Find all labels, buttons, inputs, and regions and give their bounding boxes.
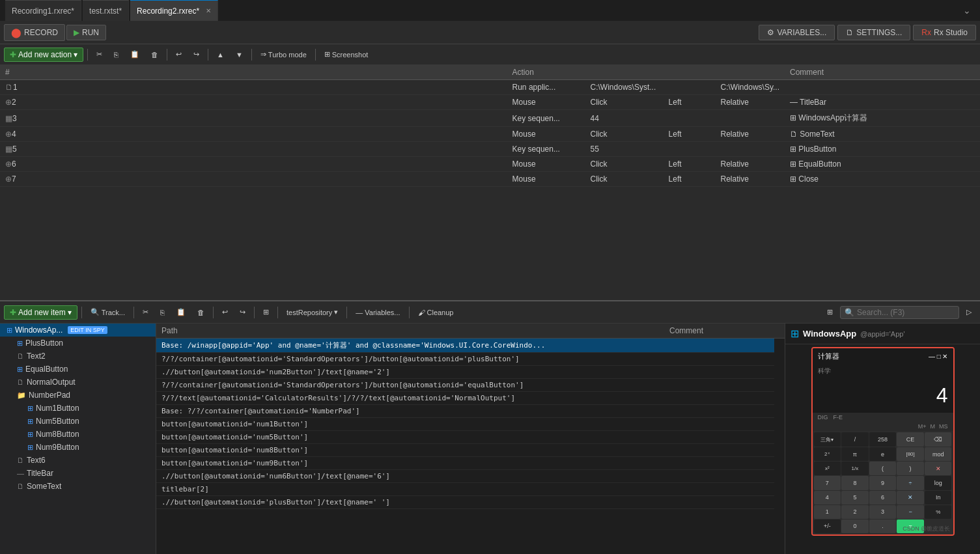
down-button[interactable]: ▼ [231, 49, 247, 61]
table-row[interactable]: ⊕2 Mouse Click Left Relative — TitleBar [0, 95, 980, 110]
calc-btn-div2[interactable]: ÷ [897, 476, 924, 490]
calc-btn-div[interactable]: / [841, 432, 869, 447]
cut-button[interactable]: ✂ [92, 48, 107, 61]
turbo-mode-button[interactable]: ⇒ Turbo mode [256, 48, 311, 61]
calc-btn-7[interactable]: 7 [814, 476, 841, 490]
tree-item[interactable]: — TitleBar [0, 467, 156, 480]
copy2-button[interactable]: ⎘ [156, 307, 169, 318]
undo2-button[interactable]: ↩ [217, 306, 232, 318]
table-row[interactable]: ⊕4 Mouse Click Left Relative 🗋 SomeText [0, 127, 980, 142]
path-row[interactable]: button[@automationid='num5Button'] [156, 431, 785, 444]
table-row[interactable]: ▦3 Key sequen... 44 ⊞ WindowsApp计算器 [0, 110, 980, 127]
calc-btn-dot[interactable]: . [869, 519, 897, 533]
variables2-button[interactable]: — Variables... [351, 307, 404, 318]
table-row[interactable]: ▦5 Key sequen... 55 ⊞ PlusButton [0, 142, 980, 157]
grid-view-button[interactable]: ⊞ [822, 306, 837, 318]
calc-btn-1x[interactable]: 1/x [841, 462, 869, 475]
record2-button[interactable]: ⊞ [259, 306, 273, 318]
search-next-button[interactable]: ▷ [962, 306, 976, 318]
calc-btn-180[interactable]: [80] [897, 447, 924, 461]
tree-item[interactable]: ⊞ WindowsAp... EDIT IN SPY [0, 324, 156, 337]
paste-button[interactable]: 📋 [126, 48, 144, 61]
tab-recording1[interactable]: Recording1.rxrec* [5, 0, 81, 21]
tab-recording2[interactable]: Recording2.rxrec* ✕ [130, 0, 218, 21]
settings-button[interactable]: 🗋 SETTINGS... [837, 25, 910, 40]
path-row[interactable]: ?/?/container[@automationid='StandardOpe… [156, 353, 785, 366]
record-button[interactable]: ⬤ RECORD [4, 24, 65, 41]
minimize-icon[interactable]: ⌄ [959, 4, 975, 17]
edit-in-spy-button[interactable]: EDIT IN SPY [68, 326, 107, 334]
path-row[interactable]: .//button[@automationid='num2Button']/te… [156, 366, 785, 379]
path-row[interactable]: Base: ?/?/container[@automationid='Numbe… [156, 405, 785, 418]
tree-item[interactable]: ⊞ PlusButton [0, 337, 156, 350]
path-row[interactable]: ?/?/container[@automationid='StandardOpe… [156, 379, 785, 392]
tree-item[interactable]: ⊞ Num8Button [0, 428, 156, 441]
calc-btn-0[interactable]: 0 [841, 519, 869, 533]
redo2-button[interactable]: ↪ [235, 306, 250, 318]
tree-item[interactable]: ⊞ EqualButton [0, 363, 156, 376]
calc-btn-3[interactable]: 3 [869, 505, 897, 519]
calc-btn-minus[interactable]: − [897, 505, 924, 519]
copy-button[interactable]: ⎘ [109, 49, 123, 61]
path-row[interactable]: button[@automationid='num9Button'] [156, 457, 785, 470]
tab-test[interactable]: test.rxtst* [83, 0, 129, 21]
cut2-button[interactable]: ✂ [138, 306, 153, 318]
tree-item[interactable]: 🗋 Text6 [0, 454, 156, 467]
tree-item[interactable]: ⊞ Num5Button [0, 415, 156, 428]
calc-btn-lp[interactable]: ( [869, 462, 897, 475]
calc-btn-4[interactable]: 4 [814, 491, 841, 505]
delete2-button[interactable]: 🗑 [193, 307, 209, 318]
path-row[interactable]: .//button[@automationid='plusButton']/te… [156, 496, 785, 509]
path-row[interactable]: Base: /winapp[@appid='App' and @name='计算… [156, 339, 785, 353]
calc-btn-6[interactable]: 6 [869, 491, 897, 505]
calc-btn-neg[interactable]: +/- [814, 519, 841, 533]
tree-item[interactable]: 📁 NumberPad [0, 389, 156, 402]
table-row[interactable]: ⊕7 Mouse Click Left Relative ⊞ Close [0, 172, 980, 187]
calc-btn-star[interactable]: 258 [869, 432, 897, 447]
calc-btn-mul[interactable]: ✕ [897, 491, 924, 505]
table-row[interactable]: 🗋1 Run applic... C:\Windows\Syst... C:\W… [0, 80, 980, 95]
path-row[interactable]: titlebar[2] [156, 483, 785, 496]
path-row[interactable]: ?/?/text[@automationid='CalculatorResult… [156, 392, 785, 405]
delete-button[interactable]: 🗑 [147, 49, 163, 61]
run-button[interactable]: ▶ RUN [66, 25, 106, 40]
calc-btn-ce[interactable]: CE [897, 432, 924, 447]
calc-btn-x[interactable]: ✕ [925, 462, 952, 475]
calc-btn-yx[interactable]: % [925, 505, 952, 519]
track-button[interactable]: 🔍 Track... [86, 306, 130, 318]
path-row[interactable]: button[@automationid='num1Button'] [156, 418, 785, 431]
tree-item[interactable]: 🗋 SomeText [0, 480, 156, 493]
up-button[interactable]: ▲ [212, 49, 229, 61]
calc-btn-trig[interactable]: 三角▾ [814, 432, 841, 447]
calc-btn-e[interactable]: e [869, 447, 897, 461]
calc-btn-5[interactable]: 5 [841, 491, 869, 505]
search-box[interactable]: 🔍 [840, 306, 959, 319]
calc-btn-x2[interactable]: x² [814, 462, 841, 475]
calc-btn-log[interactable]: log [925, 476, 952, 490]
tree-item[interactable]: 🗋 NormalOutput [0, 376, 156, 389]
paste2-button[interactable]: 📋 [172, 306, 190, 318]
calc-btn-rp[interactable]: ) [897, 462, 924, 475]
path-row[interactable]: .//button[@automationid='num6Button']/te… [156, 470, 785, 483]
studio-button[interactable]: Rx Rx Studio [913, 25, 976, 40]
tab-recording2-close[interactable]: ✕ [206, 7, 211, 14]
undo-button[interactable]: ↩ [171, 48, 186, 61]
calc-btn-pi[interactable]: π [841, 447, 869, 461]
search-input[interactable] [857, 308, 955, 317]
calc-btn-2x[interactable]: 2ˣ [814, 447, 841, 461]
tree-item[interactable]: ⊞ Num9Button [0, 441, 156, 454]
screenshot-button[interactable]: ⊞ Screenshot [320, 48, 373, 61]
calc-btn-2[interactable]: 2 [841, 505, 869, 519]
variables-button[interactable]: ⚙ VARIABLES... [759, 25, 835, 40]
calc-btn-9[interactable]: 9 [869, 476, 897, 490]
calc-btn-8[interactable]: 8 [841, 476, 869, 490]
calc-btn-in[interactable]: In [925, 491, 952, 505]
path-row[interactable]: button[@automationid='num8Button'] [156, 444, 785, 457]
calc-btn-c[interactable]: ⌫ [925, 432, 952, 447]
redo-button[interactable]: ↪ [189, 48, 204, 61]
tree-item[interactable]: ⊞ Num1Button [0, 402, 156, 415]
tree-item[interactable]: 🗋 Text2 [0, 350, 156, 363]
add-new-action-button[interactable]: ✚ Add new action ▾ [4, 48, 83, 62]
cleanup-button[interactable]: 🖌 Cleanup [413, 307, 458, 318]
test-repository-button[interactable]: testRepository ▾ [282, 306, 343, 318]
